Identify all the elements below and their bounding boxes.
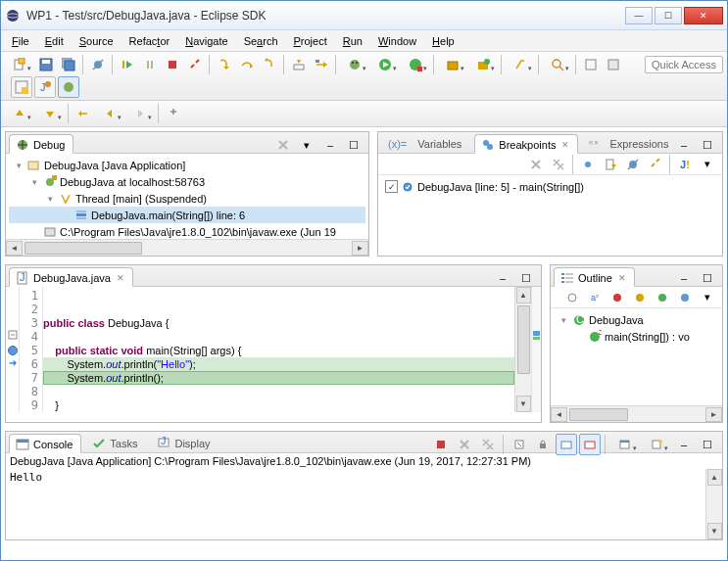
remove-launch-button[interactable] [454, 434, 475, 455]
minimize-pane-button[interactable]: – [673, 134, 695, 156]
debug-dropdown[interactable] [340, 54, 369, 75]
view-menu-button[interactable]: ▾ [697, 154, 718, 175]
bp-checkbox[interactable]: ✓ [385, 180, 398, 193]
last-edit-button[interactable] [73, 103, 94, 124]
maximize-pane-button[interactable]: ☐ [697, 134, 718, 156]
console-output[interactable]: Hello [6, 469, 705, 539]
maximize-pane-button[interactable]: ☐ [697, 267, 718, 289]
quick-access[interactable]: Quick Access [645, 56, 723, 73]
menu-refactor[interactable]: Refactor [122, 33, 177, 49]
menu-window[interactable]: Window [371, 33, 423, 49]
code-area[interactable]: public class DebugJava { public static v… [43, 287, 514, 412]
menu-navigate[interactable]: Navigate [178, 33, 234, 49]
expressions-tab[interactable]: ᵉˣ Expressions [582, 133, 677, 153]
step-return-button[interactable] [259, 54, 280, 75]
resume-button[interactable] [117, 54, 138, 75]
marker-ruler[interactable]: ➔ [6, 287, 20, 412]
outline-tab[interactable]: Outline ✕ [554, 267, 635, 287]
maximize-button[interactable]: ☐ [655, 7, 682, 24]
maximize-pane-button[interactable]: ☐ [343, 134, 364, 156]
outline-tree[interactable]: ▾CDebugJava Smain(String[]) : vo [551, 308, 722, 405]
back-button[interactable] [95, 103, 124, 124]
close-icon[interactable]: ✕ [117, 273, 124, 283]
menu-search[interactable]: Search [237, 33, 285, 49]
hide-local-button[interactable] [674, 287, 696, 308]
debug-hscroll[interactable]: ◄► [6, 239, 368, 256]
drop-to-frame-button[interactable] [288, 54, 310, 75]
new-button[interactable] [5, 54, 34, 75]
show-supported-button[interactable] [577, 154, 599, 175]
step-filters-button[interactable] [311, 54, 332, 75]
outline-hscroll[interactable]: ◄► [551, 405, 722, 422]
pin-button[interactable] [163, 103, 184, 124]
step-into-button[interactable] [214, 54, 235, 75]
open-type-button[interactable] [506, 54, 535, 75]
terminate-console-button[interactable] [430, 434, 452, 455]
hide-nonpublic-button[interactable] [652, 287, 673, 308]
view-menu-button[interactable]: ▾ [697, 287, 718, 308]
debug-tree[interactable]: ▾DebugJava [Java Application] ▾DebugJava… [6, 154, 368, 239]
breakpoint-marker[interactable] [8, 346, 18, 355]
focus-button[interactable] [561, 287, 583, 308]
minimize-pane-button[interactable]: – [673, 267, 695, 289]
disconnect-button[interactable] [184, 54, 206, 75]
close-icon[interactable]: ✕ [561, 140, 569, 150]
breakpoints-list[interactable]: ✓ DebugJava [line: 5] - main(String[]) [378, 175, 722, 256]
minimize-pane-button[interactable]: – [492, 267, 513, 289]
minimize-pane-button[interactable]: – [319, 134, 341, 156]
prev-annotation-button[interactable] [5, 103, 34, 124]
next-annotation-button[interactable] [35, 103, 65, 124]
menu-run[interactable]: Run [336, 33, 369, 49]
open-console-dropdown[interactable] [610, 434, 640, 455]
forward-button[interactable] [125, 103, 155, 124]
save-button[interactable] [35, 54, 57, 75]
maximize-pane-button[interactable]: ☐ [515, 267, 537, 289]
new-class-button[interactable] [468, 54, 498, 75]
breakpoints-tab[interactable]: Breakpoints ✕ [474, 134, 578, 154]
close-icon[interactable]: ✕ [618, 273, 626, 283]
skip-breakpoints-button[interactable] [87, 54, 109, 75]
goto-file-button[interactable] [600, 154, 621, 175]
step-over-button[interactable] [236, 54, 258, 75]
scroll-lock-button[interactable] [532, 434, 554, 455]
maximize-pane-button[interactable]: ☐ [697, 434, 718, 455]
remove-bp-button[interactable] [525, 154, 547, 175]
java-perspective-button[interactable]: J [34, 76, 56, 98]
overview-ruler[interactable] [531, 287, 541, 412]
toggle-mark-button[interactable] [580, 54, 602, 75]
editor-tab[interactable]: J DebugJava.java ✕ [9, 267, 133, 287]
menu-project[interactable]: Project [287, 33, 334, 49]
tasks-tab[interactable]: Tasks [85, 433, 146, 452]
minimize-button[interactable]: — [625, 7, 653, 24]
ext-tools-dropdown[interactable] [401, 54, 430, 75]
debug-tab[interactable]: Debug [9, 134, 73, 154]
clear-console-button[interactable] [509, 434, 530, 455]
show-on-stderr-button[interactable] [579, 434, 601, 455]
menu-help[interactable]: Help [425, 33, 461, 49]
link-editor-button[interactable] [645, 154, 666, 175]
show-on-stdout-button[interactable] [556, 434, 577, 455]
debug-perspective-button[interactable] [58, 76, 79, 98]
editor-vscroll[interactable]: ▲▼ [514, 287, 531, 412]
close-button[interactable]: ✕ [684, 7, 723, 24]
hide-static-button[interactable] [629, 287, 651, 308]
view-menu-button[interactable]: ▾ [296, 134, 317, 156]
toggle-block-button[interactable] [603, 54, 624, 75]
editor-body[interactable]: ➔ 123456789 public class DebugJava { pub… [6, 287, 541, 412]
open-perspective-button[interactable] [11, 76, 32, 98]
remove-launch-button[interactable] [272, 134, 294, 156]
console-tab[interactable]: Console [9, 434, 81, 453]
search-dropdown[interactable] [543, 54, 572, 75]
sort-button[interactable]: aᶻ [584, 287, 606, 308]
hide-fields-button[interactable] [607, 287, 628, 308]
console-vscroll[interactable]: ▲▼ [705, 469, 722, 539]
add-exception-bp-button[interactable]: J! [674, 154, 696, 175]
skip-all-button[interactable] [622, 154, 644, 175]
remove-all-launches-button[interactable] [477, 434, 499, 455]
minimize-pane-button[interactable]: – [673, 434, 695, 455]
save-all-button[interactable] [58, 54, 79, 75]
menu-source[interactable]: Source [73, 33, 121, 49]
run-dropdown[interactable] [370, 54, 400, 75]
suspend-button[interactable] [139, 54, 161, 75]
display-tab[interactable]: J Display [150, 433, 218, 452]
